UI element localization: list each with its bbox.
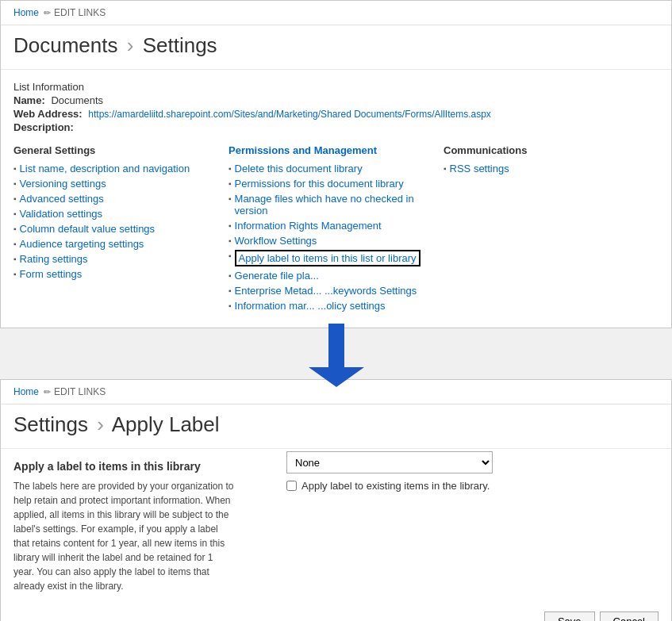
pencil-icon: ✏ — [44, 8, 51, 18]
list-info: List Information Name: Documents Web Add… — [13, 81, 659, 133]
list-item: Manage files which have no checked in ve… — [228, 193, 436, 217]
checkbox-label: Apply label to existing items in the lib… — [301, 480, 490, 492]
bottom-title-part1: Settings — [13, 412, 88, 436]
settings-grid: General Settings List name, description … — [13, 144, 659, 315]
rating-link[interactable]: Rating settings — [20, 253, 88, 265]
apply-label-link[interactable]: Apply label to items in this list or lib… — [235, 250, 420, 266]
permissions-col: Permissions and Management Delete this d… — [228, 144, 444, 315]
arrow-overlay — [0, 324, 672, 387]
list-item: Workflow Settings — [228, 235, 436, 247]
edit-links-top[interactable]: ✏ EDIT LINKS — [44, 7, 106, 18]
description-row: Description: — [13, 121, 659, 133]
manage-files-link[interactable]: Manage files which have no checked in ve… — [235, 193, 436, 217]
list-name-link[interactable]: List name, description and navigation — [20, 163, 190, 174]
list-item: Form settings — [13, 268, 221, 280]
communications-title: Communications — [444, 144, 651, 156]
apply-label-desc: The labels here are provided by your org… — [13, 479, 236, 593]
irm-link[interactable]: Information Rights Management — [235, 220, 382, 232]
apply-existing-checkbox[interactable] — [286, 481, 297, 491]
communications-col: Communications RSS settings — [444, 144, 659, 315]
list-item: Information mar... ...olicy settings — [228, 300, 436, 312]
title-arrow: › — [127, 33, 134, 57]
bottom-page-title: Settings › Apply Label — [1, 404, 671, 449]
general-settings-list: List name, description and navigation Ve… — [13, 163, 221, 280]
apply-label-section-title: Apply a label to items in this library — [13, 460, 236, 473]
general-settings-col: General Settings List name, description … — [13, 144, 228, 315]
list-item: Column default value settings — [13, 223, 221, 235]
top-breadcrumb: Home ✏ EDIT LINKS — [1, 1, 671, 25]
enterprise-meta-link[interactable]: Enterprise Metad... ...keywords Settings — [235, 285, 417, 297]
list-info-label-row: List Information — [13, 81, 659, 93]
cancel-button[interactable]: Cancel — [600, 611, 659, 621]
label-dropdown[interactable]: None — [286, 451, 493, 473]
permissions-lib-link[interactable]: Permissions for this document library — [235, 178, 404, 190]
title-part1: Documents — [13, 33, 118, 57]
list-item: Audience targeting settings — [13, 238, 221, 250]
list-item: Delete this document library — [228, 163, 436, 174]
workflow-link[interactable]: Workflow Settings — [235, 235, 317, 247]
list-item: RSS settings — [444, 163, 651, 174]
bottom-panel: Home ✏ EDIT LINKS Settings › Apply Label… — [0, 379, 672, 621]
permissions-list: Delete this document library Permissions… — [228, 163, 436, 312]
list-item: Information Rights Management — [228, 220, 436, 232]
home-link[interactable]: Home — [13, 7, 39, 18]
name-row: Name: Documents — [13, 94, 659, 106]
bottom-title-arrow: › — [97, 412, 104, 436]
versioning-link[interactable]: Versioning settings — [20, 178, 106, 190]
edit-links-bottom[interactable]: ✏ EDIT LINKS — [44, 386, 106, 397]
bottom-breadcrumb: Home ✏ EDIT LINKS — [1, 380, 671, 404]
right-controls: None Apply label to existing items in th… — [286, 451, 493, 492]
list-item: Rating settings — [13, 253, 221, 265]
top-page-title: Documents › Settings — [1, 25, 671, 70]
list-item: Validation settings — [13, 208, 221, 220]
left-description: Apply a label to items in this library T… — [13, 460, 236, 593]
svg-rect-1 — [328, 324, 344, 371]
list-item: List name, description and navigation — [13, 163, 221, 174]
column-default-link[interactable]: Column default value settings — [20, 223, 156, 235]
bottom-buttons: Save Cancel — [544, 611, 659, 621]
list-item: Advanced settings — [13, 193, 221, 205]
down-arrow-icon — [305, 324, 368, 387]
advanced-link[interactable]: Advanced settings — [20, 193, 104, 205]
bottom-title-part2: Apply Label — [112, 412, 220, 436]
checkbox-row: Apply label to existing items in the lib… — [286, 480, 493, 492]
list-item: Apply label to items in this list or lib… — [228, 250, 436, 266]
save-button[interactable]: Save — [544, 611, 595, 621]
title-part2: Settings — [143, 33, 217, 57]
home-link-bottom[interactable]: Home — [13, 386, 39, 397]
info-mar-link[interactable]: Information mar... ...olicy settings — [235, 300, 386, 312]
list-item: Enterprise Metad... ...keywords Settings — [228, 285, 436, 297]
list-item: Permissions for this document library — [228, 178, 436, 190]
general-settings-title: General Settings — [13, 144, 221, 156]
generate-file-link[interactable]: Generate file pla... — [235, 270, 319, 282]
list-item: Versioning settings — [13, 178, 221, 190]
form-link[interactable]: Form settings — [20, 268, 83, 280]
list-item: Generate file pla... — [228, 270, 436, 282]
top-content: List Information Name: Documents Web Add… — [1, 70, 671, 328]
communications-list: RSS settings — [444, 163, 651, 174]
pencil-icon-bottom: ✏ — [44, 387, 51, 397]
validation-link[interactable]: Validation settings — [20, 208, 103, 220]
permissions-title: Permissions and Management — [228, 144, 436, 156]
web-address-row: Web Address: https://amardeliitd.sharepo… — [13, 108, 659, 120]
rss-link[interactable]: RSS settings — [450, 163, 509, 174]
apply-label-content: Apply a label to items in this library T… — [1, 449, 671, 621]
top-panel: Home ✏ EDIT LINKS Documents › Settings L… — [0, 0, 672, 328]
web-address-link[interactable]: https://amardeliitd.sharepoint.com/Sites… — [88, 109, 491, 120]
audience-link[interactable]: Audience targeting settings — [20, 238, 144, 250]
delete-lib-link[interactable]: Delete this document library — [235, 163, 363, 174]
